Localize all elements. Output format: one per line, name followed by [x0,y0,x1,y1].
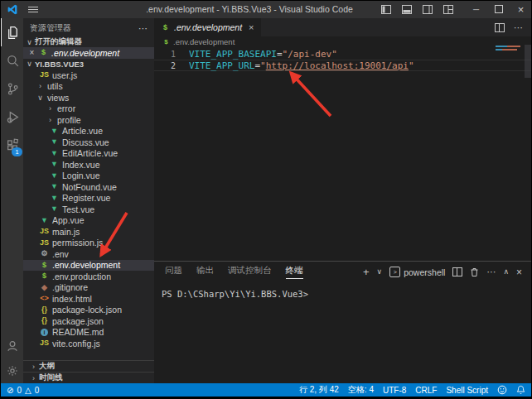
tree-item-error[interactable]: ›error [23,103,154,115]
panel-more-actions-icon[interactable]: ⋯ [486,267,496,276]
tree-item-vite.config.js[interactable]: JSvite.config.js [23,338,154,349]
panel-tab-终端[interactable]: 终端 [286,265,303,279]
vue-file-icon: ▼ [40,217,49,224]
tree-item-Test.vue[interactable]: ▼Test.vue [23,204,154,215]
status-item[interactable]: CRLF [415,386,437,395]
url-link[interactable]: http://localhost:19001/api [266,60,409,71]
activity-search-button[interactable] [0,46,23,75]
tree-item-permission.js[interactable]: JSpermission.js [23,238,154,249]
tree-item-user.js[interactable]: JSuser.js [23,70,154,81]
panel-tab-调试控制台[interactable]: 调试控制台 [228,265,272,279]
account-button[interactable] [0,334,23,358]
minimap[interactable] [496,46,520,52]
tree-item-label: .gitignore [52,282,88,292]
tree-item-index.html[interactable]: <>index.html [23,293,154,305]
tree-item-Discuss.vue[interactable]: ▼Discuss.vue [23,137,154,148]
tree-item-label: views [47,93,69,103]
panel-tabs: 问题输出调试控制台终端 [165,265,303,279]
activity-source-control-button[interactable] [0,75,23,103]
open-editor-item[interactable]: × $ .env.development [23,47,154,59]
tree-item-main.js[interactable]: JSmain.js [23,226,154,238]
status-item[interactable]: UTF-8 [383,386,406,395]
close-panel-icon[interactable]: × [516,267,522,277]
maximize-button[interactable] [487,0,510,18]
tree-item-label: .env.production [52,272,111,281]
kill-terminal-icon[interactable] [470,267,479,277]
split-editor-icon[interactable] [495,23,505,32]
close-window-button[interactable]: × [510,0,532,18]
git-file-icon: ◆ [40,284,49,291]
shell-label: powershell [404,267,445,277]
tree-item-.gitignore[interactable]: ◆.gitignore [23,282,154,294]
terminal-dropdown-icon[interactable]: ∨ [377,268,383,276]
tree-item-utils[interactable]: ›utils [23,81,154,93]
project-root-header[interactable]: ∨ YI.BBS.VUE3 [23,59,154,70]
vue-file-icon: ▼ [50,127,59,135]
tab-close-icon[interactable]: × [249,22,254,32]
code-line-1[interactable]: 1VITE_APP_BASEAPI="/api-dev" [154,48,532,60]
status-item[interactable]: 空格: 4 [348,384,374,396]
shell-selector[interactable]: > powershell [389,267,445,277]
activity-extensions-button[interactable]: 1 [0,131,23,159]
editor-scrollbar[interactable] [525,45,532,78]
json-file-icon: {} [40,317,49,324]
tree-item-Register.vue[interactable]: ▼Register.vue [23,193,154,204]
sidebar-more-actions-icon[interactable]: ⋯ [138,23,148,34]
terminal-output[interactable]: PS D:\CSharp\Yi\Yi.BBS.Vue3> [154,282,532,299]
toggle-panel-icon[interactable] [402,5,412,14]
tab-env-development[interactable]: $ .env.development × [154,18,261,36]
tree-item-Index.vue[interactable]: ▼Index.vue [23,159,154,171]
settings-button[interactable] [0,358,23,383]
tree-item-label: .env.development [52,260,120,270]
tree-item-README.md[interactable]: iREADME.md [23,327,154,339]
tree-item-label: main.js [52,227,80,237]
errors-icon: ⊘ [7,386,13,395]
tree-item-Login.vue[interactable]: ▼Login.vue [23,171,154,182]
tree-item-.env[interactable]: ⚙.env [23,248,154,260]
tree-item-label: vite.config.js [52,339,100,349]
outline-label: 大纲 [39,361,55,372]
status-item[interactable]: 行 2, 列 42 [299,384,339,396]
problems-status[interactable]: ⊘ 0 △ 0 [7,386,39,395]
tree-item-Article.vue[interactable]: ▼Article.vue [23,126,154,137]
timeline-section-header[interactable]: › 时间线 [23,372,154,383]
env-file-icon: $ [161,24,170,31]
activity-run-debug-button[interactable] [0,103,23,131]
tree-item-.env.development[interactable]: $.env.development [23,260,154,272]
tree-item-package-lock.json[interactable]: {}package-lock.json [23,305,154,316]
menu-icon[interactable] [28,7,38,12]
open-editors-header[interactable]: ∨ 打开的编辑器 [23,36,154,47]
tree-item-EditArticle.vue[interactable]: ▼EditArticle.vue [23,148,154,160]
maximize-panel-icon[interactable]: ∧ [503,268,509,276]
editor-more-actions-icon[interactable]: ⋯ [514,22,523,33]
notifications-bell-icon[interactable] [516,385,525,395]
split-terminal-icon[interactable] [452,267,462,276]
tree-item-views[interactable]: ∨views [23,92,154,103]
title-bar: .env.development - Yi.BBS.Vue3 - Visual … [0,0,532,18]
code-line-2[interactable]: 2VITE_APP_URL="http://localhost:19001/ap… [154,60,532,71]
customize-layout-icon[interactable] [443,5,453,14]
terminal-prompt: PS D:\CSharp\Yi\Yi.BBS.Vue3> [162,289,308,299]
new-terminal-icon[interactable]: + [363,267,370,277]
minimize-button[interactable]: ─ [465,0,487,18]
tree-item-.env.production[interactable]: $.env.production [23,271,154,282]
html-file-icon: <> [40,295,49,302]
outline-section-header[interactable]: › 大纲 [23,360,154,372]
panel-tab-输出[interactable]: 输出 [196,265,214,279]
tree-item-label: Test.vue [62,204,94,214]
feedback-smiley-icon[interactable] [497,385,507,395]
tree-item-App.vue[interactable]: ▼App.vue [23,215,154,227]
tab-bar: $ .env.development × ⋯ [154,18,532,36]
activity-bar: 1 [0,18,23,383]
tree-item-label: index.html [52,294,92,304]
tree-item-NotFound.vue[interactable]: ▼NotFound.vue [23,181,154,193]
bottom-panel: 问题输出调试控制台终端 + ∨ > powershell ⋯ ∧ × PS D:… [154,261,532,383]
tree-item-package.json[interactable]: {}package.json [23,315,154,327]
panel-tab-问题[interactable]: 问题 [165,265,182,279]
status-item[interactable]: Shell Script [446,386,488,395]
breadcrumb[interactable]: $ .env.development [154,36,532,47]
activity-explorer-button[interactable] [0,18,23,46]
close-editor-icon[interactable]: × [28,48,36,57]
toggle-secondary-sidebar-icon[interactable] [423,5,433,14]
tree-item-profile[interactable]: ›profile [23,114,154,126]
